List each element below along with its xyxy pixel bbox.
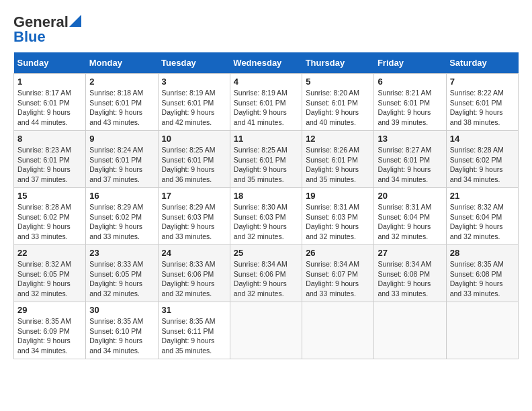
day-info: Sunrise: 8:35 AMSunset: 6:08 PMDaylight:… — [450, 260, 504, 298]
day-info: Sunrise: 8:17 AMSunset: 6:01 PMDaylight:… — [17, 89, 71, 126]
day-cell-16: 16 Sunrise: 8:29 AMSunset: 6:02 PMDaylig… — [86, 188, 158, 245]
weekday-header-tuesday: Tuesday — [158, 52, 230, 74]
day-cell-4: 4 Sunrise: 8:19 AMSunset: 6:01 PMDayligh… — [230, 74, 302, 131]
day-number: 23 — [89, 248, 154, 258]
calendar-table: SundayMondayTuesdayWednesdayThursdayFrid… — [13, 52, 519, 359]
day-cell-5: 5 Sunrise: 8:20 AMSunset: 6:01 PMDayligh… — [302, 74, 374, 131]
day-info: Sunrise: 8:33 AMSunset: 6:06 PMDaylight:… — [162, 260, 216, 298]
day-number: 21 — [450, 191, 515, 201]
week-row-3: 15 Sunrise: 8:28 AMSunset: 6:02 PMDaylig… — [14, 188, 519, 245]
day-cell-3: 3 Sunrise: 8:19 AMSunset: 6:01 PMDayligh… — [158, 74, 230, 131]
day-number: 22 — [17, 248, 82, 258]
empty-cell — [302, 302, 374, 359]
day-number: 6 — [378, 77, 442, 87]
day-info: Sunrise: 8:32 AMSunset: 6:04 PMDaylight:… — [450, 203, 504, 240]
day-cell-22: 22 Sunrise: 8:32 AMSunset: 6:05 PMDaylig… — [14, 245, 86, 302]
day-number: 26 — [306, 248, 370, 258]
day-cell-9: 9 Sunrise: 8:24 AMSunset: 6:01 PMDayligh… — [86, 131, 158, 188]
day-info: Sunrise: 8:34 AMSunset: 6:07 PMDaylight:… — [306, 260, 359, 298]
weekday-header-row: SundayMondayTuesdayWednesdayThursdayFrid… — [14, 52, 519, 74]
day-info: Sunrise: 8:34 AMSunset: 6:08 PMDaylight:… — [378, 260, 431, 298]
day-info: Sunrise: 8:31 AMSunset: 6:03 PMDaylight:… — [306, 203, 359, 240]
day-cell-12: 12 Sunrise: 8:26 AMSunset: 6:01 PMDaylig… — [302, 131, 374, 188]
day-cell-2: 2 Sunrise: 8:18 AMSunset: 6:01 PMDayligh… — [86, 74, 158, 131]
logo-icon — [69, 15, 81, 27]
svg-marker-0 — [69, 15, 81, 27]
day-info: Sunrise: 8:32 AMSunset: 6:05 PMDaylight:… — [17, 260, 71, 298]
weekday-header-thursday: Thursday — [302, 52, 374, 74]
day-number: 13 — [378, 134, 442, 144]
day-number: 5 — [306, 77, 370, 87]
empty-cell — [230, 302, 302, 359]
day-info: Sunrise: 8:34 AMSunset: 6:06 PMDaylight:… — [234, 260, 287, 298]
day-cell-21: 21 Sunrise: 8:32 AMSunset: 6:04 PMDaylig… — [446, 188, 518, 245]
weekday-header-sunday: Sunday — [14, 52, 86, 74]
day-cell-6: 6 Sunrise: 8:21 AMSunset: 6:01 PMDayligh… — [374, 74, 446, 131]
day-info: Sunrise: 8:31 AMSunset: 6:04 PMDaylight:… — [378, 203, 431, 240]
day-cell-8: 8 Sunrise: 8:23 AMSunset: 6:01 PMDayligh… — [14, 131, 86, 188]
day-info: Sunrise: 8:22 AMSunset: 6:01 PMDaylight:… — [450, 89, 504, 126]
day-info: Sunrise: 8:26 AMSunset: 6:01 PMDaylight:… — [306, 146, 359, 183]
day-info: Sunrise: 8:21 AMSunset: 6:01 PMDaylight:… — [378, 89, 431, 126]
empty-cell — [374, 302, 446, 359]
day-number: 25 — [234, 248, 298, 258]
day-number: 20 — [378, 191, 442, 201]
day-info: Sunrise: 8:19 AMSunset: 6:01 PMDaylight:… — [234, 89, 287, 126]
day-cell-11: 11 Sunrise: 8:25 AMSunset: 6:01 PMDaylig… — [230, 131, 302, 188]
weekday-header-wednesday: Wednesday — [230, 52, 302, 74]
day-info: Sunrise: 8:24 AMSunset: 6:01 PMDaylight:… — [89, 146, 143, 183]
day-info: Sunrise: 8:29 AMSunset: 6:02 PMDaylight:… — [89, 203, 143, 240]
day-number: 15 — [17, 191, 82, 201]
day-number: 8 — [17, 134, 82, 144]
day-info: Sunrise: 8:28 AMSunset: 6:02 PMDaylight:… — [450, 146, 504, 183]
week-row-2: 8 Sunrise: 8:23 AMSunset: 6:01 PMDayligh… — [14, 131, 519, 188]
day-cell-1: 1 Sunrise: 8:17 AMSunset: 6:01 PMDayligh… — [14, 74, 86, 131]
day-info: Sunrise: 8:20 AMSunset: 6:01 PMDaylight:… — [306, 89, 359, 126]
day-info: Sunrise: 8:25 AMSunset: 6:01 PMDaylight:… — [234, 146, 287, 183]
day-number: 9 — [89, 134, 154, 144]
day-cell-26: 26 Sunrise: 8:34 AMSunset: 6:07 PMDaylig… — [302, 245, 374, 302]
week-row-5: 29 Sunrise: 8:35 AMSunset: 6:09 PMDaylig… — [14, 302, 519, 359]
day-cell-29: 29 Sunrise: 8:35 AMSunset: 6:09 PMDaylig… — [14, 302, 86, 359]
day-cell-25: 25 Sunrise: 8:34 AMSunset: 6:06 PMDaylig… — [230, 245, 302, 302]
day-info: Sunrise: 8:30 AMSunset: 6:03 PMDaylight:… — [234, 203, 287, 240]
day-number: 11 — [234, 134, 298, 144]
day-cell-10: 10 Sunrise: 8:25 AMSunset: 6:01 PMDaylig… — [158, 131, 230, 188]
weekday-header-saturday: Saturday — [446, 52, 518, 74]
day-cell-15: 15 Sunrise: 8:28 AMSunset: 6:02 PMDaylig… — [14, 188, 86, 245]
day-cell-30: 30 Sunrise: 8:35 AMSunset: 6:10 PMDaylig… — [86, 302, 158, 359]
day-info: Sunrise: 8:18 AMSunset: 6:01 PMDaylight:… — [89, 89, 143, 126]
day-info: Sunrise: 8:25 AMSunset: 6:01 PMDaylight:… — [162, 146, 216, 183]
day-cell-7: 7 Sunrise: 8:22 AMSunset: 6:01 PMDayligh… — [446, 74, 518, 131]
day-number: 24 — [162, 248, 226, 258]
day-cell-18: 18 Sunrise: 8:30 AMSunset: 6:03 PMDaylig… — [230, 188, 302, 245]
day-cell-17: 17 Sunrise: 8:29 AMSunset: 6:03 PMDaylig… — [158, 188, 230, 245]
day-info: Sunrise: 8:35 AMSunset: 6:10 PMDaylight:… — [89, 317, 143, 355]
day-number: 16 — [89, 191, 154, 201]
header: General Blue — [13, 13, 519, 46]
day-cell-24: 24 Sunrise: 8:33 AMSunset: 6:06 PMDaylig… — [158, 245, 230, 302]
day-number: 18 — [234, 191, 298, 201]
day-info: Sunrise: 8:28 AMSunset: 6:02 PMDaylight:… — [17, 203, 71, 240]
day-cell-14: 14 Sunrise: 8:28 AMSunset: 6:02 PMDaylig… — [446, 131, 518, 188]
day-number: 29 — [17, 305, 82, 315]
day-number: 17 — [162, 191, 226, 201]
day-number: 30 — [89, 305, 154, 315]
day-cell-27: 27 Sunrise: 8:34 AMSunset: 6:08 PMDaylig… — [374, 245, 446, 302]
day-cell-28: 28 Sunrise: 8:35 AMSunset: 6:08 PMDaylig… — [446, 245, 518, 302]
day-number: 1 — [17, 77, 82, 87]
day-number: 27 — [378, 248, 442, 258]
day-number: 4 — [234, 77, 298, 87]
day-number: 31 — [162, 305, 226, 315]
day-number: 19 — [306, 191, 370, 201]
weekday-header-friday: Friday — [374, 52, 446, 74]
logo: General Blue — [13, 13, 81, 46]
day-cell-20: 20 Sunrise: 8:31 AMSunset: 6:04 PMDaylig… — [374, 188, 446, 245]
day-info: Sunrise: 8:35 AMSunset: 6:11 PMDaylight:… — [162, 317, 216, 355]
day-info: Sunrise: 8:23 AMSunset: 6:01 PMDaylight:… — [17, 146, 71, 183]
day-number: 12 — [306, 134, 370, 144]
day-cell-23: 23 Sunrise: 8:33 AMSunset: 6:05 PMDaylig… — [86, 245, 158, 302]
day-info: Sunrise: 8:19 AMSunset: 6:01 PMDaylight:… — [162, 89, 216, 126]
week-row-1: 1 Sunrise: 8:17 AMSunset: 6:01 PMDayligh… — [14, 74, 519, 131]
day-cell-31: 31 Sunrise: 8:35 AMSunset: 6:11 PMDaylig… — [158, 302, 230, 359]
